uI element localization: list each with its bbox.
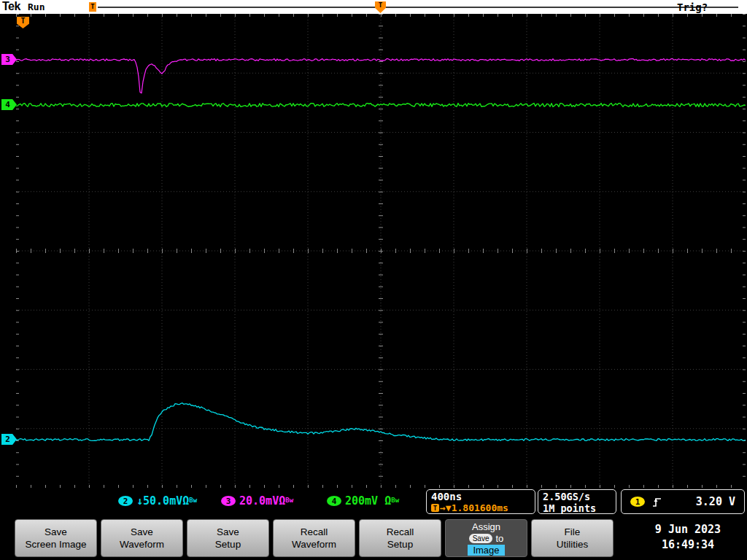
button-label: Waveform bbox=[292, 538, 336, 551]
assign-target-value: Image bbox=[468, 545, 504, 556]
record-length: 1M points bbox=[543, 502, 611, 514]
ch4-impedance: Ω bbox=[378, 494, 391, 508]
rising-edge-icon bbox=[652, 497, 662, 508]
top-status-bar: Tek Run T T Trig? bbox=[0, 0, 747, 14]
tek-logo: Tek bbox=[2, 0, 20, 13]
assign-row2: Save to bbox=[469, 533, 504, 544]
ch4-badge: 4 bbox=[327, 496, 341, 506]
delay-readout: T→▼1.801600ms bbox=[431, 502, 530, 513]
trigger-readout[interactable]: 1 3.20 V bbox=[621, 489, 745, 514]
view-position-marker-icon[interactable]: T bbox=[375, 1, 386, 13]
ch4-scale: 200mV bbox=[345, 494, 378, 508]
delay-prefix-icon: →▼ bbox=[440, 502, 452, 513]
sample-rate: 2.50GS/s bbox=[543, 491, 611, 502]
ch3-impedance: Ω bbox=[279, 494, 285, 508]
trigger-t-icon: T bbox=[431, 504, 439, 512]
ch3-bandwidth-flag: Bw bbox=[285, 497, 293, 504]
button-label: Setup bbox=[387, 538, 413, 551]
acquisition-status: Run bbox=[28, 1, 44, 12]
button-label: Screen Image bbox=[25, 538, 86, 551]
graticule-and-waveforms bbox=[0, 0, 747, 560]
ch2-readout[interactable]: 2 ↓50.0mVΩBw bbox=[118, 494, 197, 508]
record-trigger-icon: T bbox=[89, 2, 96, 12]
sample-rate-readout[interactable]: 2.50GS/s 1M points bbox=[538, 489, 616, 514]
ch2-scale-text: ↓50.0mVΩBw bbox=[136, 494, 197, 508]
trigger-source-badge: 1 bbox=[630, 497, 645, 507]
ch2-impedance: Ω bbox=[182, 494, 189, 508]
button-label: Recall bbox=[387, 526, 414, 538]
ch4-readout[interactable]: 4 200mV ΩBw bbox=[327, 494, 399, 508]
save-key-badge: Save bbox=[469, 534, 493, 543]
ch2-scale: 50.0mV bbox=[143, 494, 182, 508]
timebase-readout: 400ns bbox=[431, 491, 530, 502]
button-label: Waveform bbox=[120, 538, 164, 551]
button-label: File bbox=[565, 526, 581, 538]
save-setup-button[interactable]: Save Setup bbox=[187, 519, 269, 557]
date-time: 9 Jun 2023 16:49:34 bbox=[633, 522, 743, 553]
button-label: Recall bbox=[301, 526, 328, 538]
ch2-arrow-icon: ↓ bbox=[136, 494, 143, 508]
save-waveform-button[interactable]: Save Waveform bbox=[101, 519, 183, 557]
ch3-badge: 3 bbox=[221, 496, 236, 506]
trigger-level: 3.20 V bbox=[696, 495, 735, 508]
record-view-line bbox=[98, 7, 738, 8]
ch3-scale-text: 20.0mVΩBw bbox=[239, 494, 293, 508]
file-utilities-button[interactable]: File Utilities bbox=[531, 519, 614, 557]
date: 9 Jun 2023 bbox=[633, 522, 743, 537]
button-label: Save bbox=[217, 526, 239, 538]
trigger-status: Trig? bbox=[677, 1, 708, 13]
ch3-readout[interactable]: 3 20.0mVΩBw bbox=[221, 494, 293, 508]
assign-save-to-button[interactable]: Assign Save to Image bbox=[445, 519, 527, 557]
button-label: Save bbox=[44, 526, 67, 538]
ch4-scale-text: 200mV ΩBw bbox=[345, 494, 399, 508]
ch2-badge: 2 bbox=[118, 496, 133, 506]
oscilloscope-screen: Tek Run T T Trig? T 3 4 2 2 ↓50.0mVΩBw 3… bbox=[0, 0, 747, 560]
button-label: Utilities bbox=[557, 538, 589, 551]
assign-label: Assign bbox=[472, 521, 500, 532]
button-label: Setup bbox=[215, 538, 241, 551]
button-label: Save bbox=[131, 526, 153, 538]
ch2-bandwidth-flag: Bw bbox=[189, 497, 197, 504]
save-screen-image-button[interactable]: Save Screen Image bbox=[15, 519, 97, 557]
recall-waveform-button[interactable]: Recall Waveform bbox=[273, 519, 355, 557]
delay-value: 1.801600ms bbox=[452, 502, 508, 513]
assign-to-label: to bbox=[495, 533, 503, 544]
time: 16:49:34 bbox=[633, 537, 743, 553]
horizontal-readout[interactable]: 400ns T→▼1.801600ms bbox=[426, 489, 535, 514]
recall-setup-button[interactable]: Recall Setup bbox=[359, 519, 441, 557]
ch4-bandwidth-flag: Bw bbox=[391, 497, 399, 504]
ch3-scale: 20.0mV bbox=[239, 494, 279, 508]
